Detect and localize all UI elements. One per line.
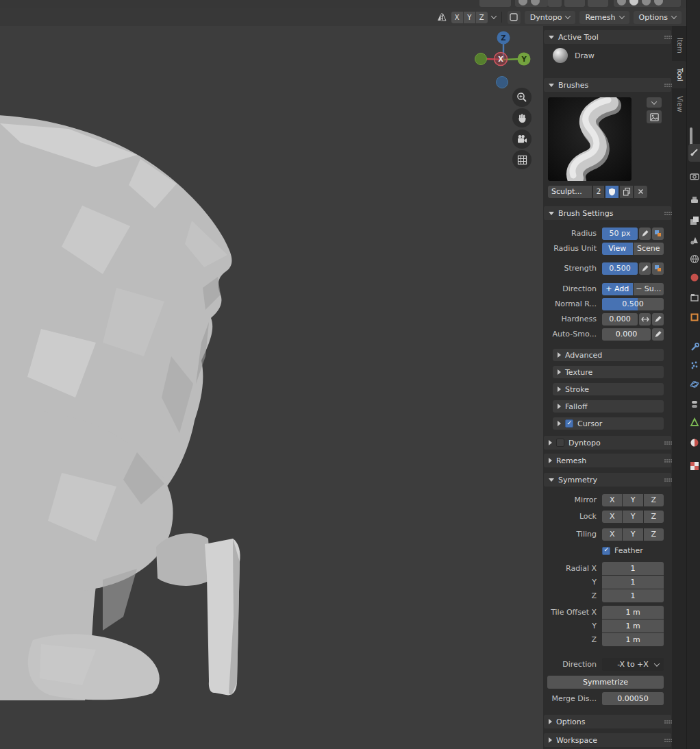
hardness-pressure-pen-icon[interactable] <box>652 313 664 326</box>
symmetry-mirror-z-button[interactable]: Z <box>644 494 664 506</box>
proportional-edit-icon[interactable] <box>548 0 562 7</box>
autosmooth-slider[interactable]: 0.000 <box>602 328 651 341</box>
properties-tab-physics-icon[interactable] <box>690 380 699 389</box>
unlink-brush-icon[interactable] <box>634 186 647 198</box>
scrollbar-thumb[interactable] <box>690 127 692 145</box>
radius-pressure-pen-icon[interactable] <box>639 228 651 240</box>
symmetry-lock-x-button[interactable]: X <box>602 511 622 523</box>
pan-button[interactable] <box>512 108 532 127</box>
brush-users-count[interactable]: 2 <box>593 186 604 198</box>
symmetry-mirror-x-button[interactable]: X <box>602 494 622 506</box>
properties-tab-modifiers-icon[interactable] <box>690 343 699 352</box>
orientation-gizmo[interactable]: Z Y X <box>470 29 538 92</box>
draw-brush-icon[interactable] <box>553 48 568 63</box>
symmetrize-direction-dropdown[interactable]: -X to +X <box>602 658 664 671</box>
panel-drag-handle[interactable] <box>664 720 666 722</box>
cursor-checkbox[interactable] <box>565 419 573 428</box>
symmetrize-button[interactable]: Symmetrize <box>547 676 664 689</box>
panel-header-brush-settings[interactable]: Brush Settings <box>544 206 671 220</box>
panel-header-active-tool[interactable]: Active Tool <box>544 30 671 44</box>
properties-tab-constraints-icon[interactable] <box>690 400 699 409</box>
fake-user-shield-icon[interactable] <box>605 186 618 198</box>
radial-z-field[interactable]: 1 <box>602 589 664 602</box>
panel-header-remesh[interactable]: Remesh <box>544 454 671 467</box>
subpanel-falloff[interactable]: Falloff <box>553 400 664 413</box>
tab-view[interactable]: View <box>672 90 687 118</box>
brush-selector-dropdown[interactable] <box>647 97 662 108</box>
radius-slider[interactable]: 50 px <box>602 228 638 240</box>
panel-header-symmetry[interactable]: Symmetry <box>544 473 671 487</box>
tile-offset-z-field[interactable]: 1 m <box>602 633 664 646</box>
symmetry-mirror-y-button[interactable]: Y <box>623 494 642 506</box>
hardness-invert-icon[interactable] <box>639 313 651 326</box>
properties-tab-texture-icon[interactable] <box>690 461 699 471</box>
symmetry-lock-z-button[interactable]: Z <box>644 511 664 523</box>
snap-magnet-icon[interactable] <box>518 0 527 5</box>
shading-solid-icon[interactable] <box>629 0 638 5</box>
radius-unit-scene-button[interactable]: Scene <box>634 243 664 255</box>
snap-controls[interactable] <box>515 0 548 7</box>
panel-header-brushes[interactable]: Brushes <box>544 78 671 92</box>
brush-image-button[interactable] <box>647 110 662 123</box>
properties-tab-material-icon[interactable] <box>690 438 699 447</box>
strength-unified-icon[interactable] <box>652 262 664 275</box>
panel-header-dyntopo[interactable]: Dyntopo <box>544 436 671 450</box>
subpanel-stroke[interactable]: Stroke <box>553 383 664 395</box>
subpanel-cursor[interactable]: Cursor <box>553 417 664 430</box>
gizmos-toggle[interactable] <box>564 0 585 7</box>
dyntopo-menu-button[interactable]: Dyntopo <box>525 11 576 24</box>
gizmo-neg-y-ball[interactable] <box>475 53 487 65</box>
merge-distance-field[interactable]: 0.00050 <box>602 692 664 705</box>
symmetry-tiling-y-button[interactable]: Y <box>623 528 642 541</box>
zoom-button[interactable] <box>512 88 532 107</box>
strength-pressure-pen-icon[interactable] <box>639 262 651 275</box>
properties-tab-object-props-icon[interactable] <box>690 312 699 322</box>
properties-tab-collection-icon[interactable] <box>690 293 699 302</box>
panel-drag-handle[interactable] <box>664 84 666 85</box>
subpanel-advanced[interactable]: Advanced <box>553 349 664 361</box>
overlays-toggle[interactable] <box>588 0 608 7</box>
direction-subtract-button[interactable]: − Su... <box>634 283 664 295</box>
falloff-shape-icon[interactable] <box>508 11 521 24</box>
tab-tool[interactable]: Tool <box>672 61 687 88</box>
snap-target-icon[interactable] <box>531 0 540 5</box>
feather-checkbox[interactable] <box>602 547 610 555</box>
mirror-y-toggle[interactable]: Y <box>464 12 475 23</box>
properties-tab-tool-icon[interactable] <box>690 147 699 157</box>
symmetry-tiling-z-button[interactable]: Z <box>644 528 664 541</box>
mirror-z-toggle[interactable]: Z <box>476 12 488 23</box>
tab-item[interactable]: Item <box>672 32 687 59</box>
direction-add-button[interactable]: + Add <box>602 283 633 295</box>
panel-drag-handle[interactable] <box>664 459 666 461</box>
transform-orientation-menu[interactable] <box>479 0 511 7</box>
dyntopo-checkbox[interactable] <box>556 439 564 447</box>
shading-material-icon[interactable] <box>642 0 651 5</box>
subpanel-texture[interactable]: Texture <box>553 366 664 378</box>
radial-x-field[interactable]: 1 <box>602 562 664 575</box>
properties-tab-render-icon[interactable] <box>690 171 699 181</box>
properties-tab-data-icon[interactable] <box>690 417 699 427</box>
radius-unit-view-button[interactable]: View <box>602 243 633 255</box>
normal-radius-slider[interactable]: 0.500 <box>602 298 664 310</box>
brush-preview[interactable] <box>548 97 632 181</box>
panel-drag-handle[interactable] <box>664 478 666 480</box>
brush-name-field[interactable]: Sculpt... <box>548 186 592 198</box>
shading-rendered-icon[interactable] <box>654 0 663 5</box>
remesh-menu-button[interactable]: Remesh <box>579 11 629 24</box>
properties-tab-object-icon[interactable] <box>690 273 699 282</box>
panel-header-workspace[interactable]: Workspace <box>544 733 671 747</box>
properties-tab-world-icon[interactable] <box>690 254 699 264</box>
panel-drag-handle[interactable] <box>664 739 666 740</box>
tile-offset-x-field[interactable]: 1 m <box>602 606 664 619</box>
gizmo-neg-z-ball[interactable] <box>497 77 508 88</box>
perspective-toggle-button[interactable] <box>512 150 532 169</box>
options-menu-button[interactable]: Options <box>634 11 682 24</box>
symmetry-tiling-x-button[interactable]: X <box>602 528 622 541</box>
symmetry-lock-y-button[interactable]: Y <box>623 511 642 523</box>
shading-wireframe-icon[interactable] <box>617 0 626 5</box>
mirror-x-toggle[interactable]: X <box>451 12 463 23</box>
autosmooth-pressure-pen-icon[interactable] <box>652 328 664 341</box>
properties-tab-particles-icon[interactable] <box>690 360 699 370</box>
panel-drag-handle[interactable] <box>664 36 666 37</box>
hardness-slider[interactable]: 0.000 <box>602 313 638 326</box>
